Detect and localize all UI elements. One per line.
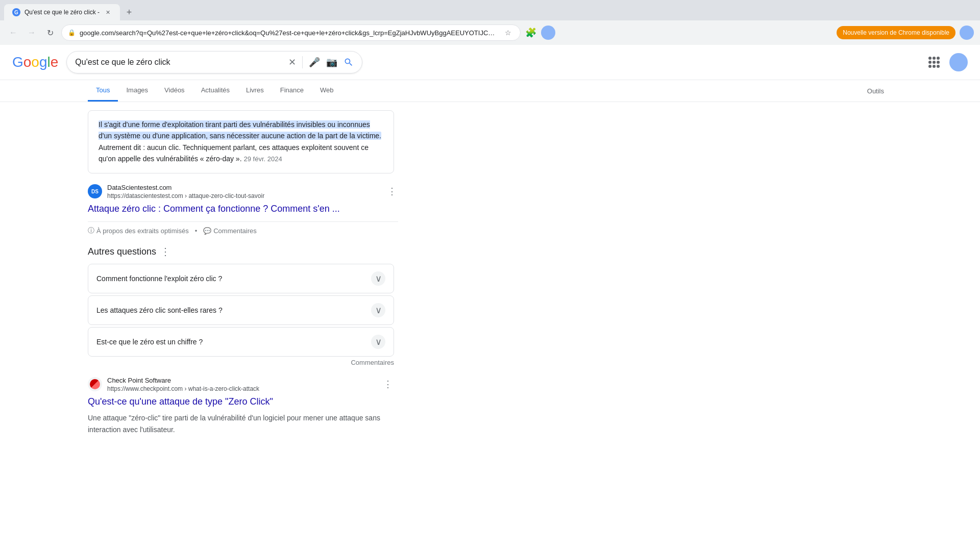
snippet-highlighted-text: Il s'agit d'une forme d'exploitation tir… — [99, 120, 381, 140]
checkpoint-favicon — [88, 377, 102, 391]
question-chevron-3: ∨ — [371, 335, 385, 349]
address-bar-row: ← → ↻ 🔒 google.com/search?q=Qu%27est-ce+… — [0, 20, 980, 45]
tab-videos[interactable]: Vidéos — [156, 80, 193, 102]
snippet-footer-dot: • — [195, 227, 198, 235]
snippet-text: Il s'agit d'une forme d'exploitation tir… — [99, 119, 383, 165]
user-avatar[interactable] — [949, 53, 968, 71]
address-text: google.com/search?q=Qu%27est-ce+que+le+z… — [80, 29, 498, 37]
other-questions: Autres questions ⋮ Comment fonctionne l'… — [88, 245, 394, 366]
active-tab[interactable]: G Qu'est ce que le zéro click - ✕ — [4, 4, 120, 20]
questions-footer: Commentaires — [88, 359, 394, 366]
browser-right-actions: Nouvelle version de Chrome disponible — [837, 26, 974, 40]
result-link-datascientest[interactable]: Attaque zéro clic : Comment ça fonctionn… — [88, 203, 398, 215]
question-text-2: Les attaques zéro clic sont-elles rares … — [96, 306, 223, 314]
tab-livres[interactable]: Livres — [238, 80, 272, 102]
source-url: https://datascientestest.com › attaque-z… — [107, 192, 381, 199]
other-questions-header: Autres questions ⋮ — [88, 245, 394, 258]
new-tab-button[interactable]: + — [122, 5, 136, 19]
logo-g: G — [12, 54, 23, 70]
questions-comments-button[interactable]: Commentaires — [351, 359, 394, 366]
search-input[interactable]: Qu'est ce que le zéro click — [75, 58, 282, 67]
source-row: DS DataScientestest.com https://datascie… — [88, 184, 398, 199]
snippet-date: 29 févr. 2024 — [244, 155, 282, 163]
second-result-checkpoint: Check Point Software https://www.checkpo… — [88, 377, 394, 435]
tab-tous[interactable]: Tous — [88, 80, 118, 102]
apps-button[interactable] — [925, 53, 943, 71]
refresh-button[interactable]: ↻ — [43, 26, 57, 40]
question-item-2[interactable]: Les attaques zéro clic sont-elles rares … — [88, 295, 394, 325]
tab-close-button[interactable]: ✕ — [104, 8, 112, 16]
question-text-3: Est-ce que le zéro est un chiffre ? — [96, 338, 203, 346]
checkpoint-source-url: https://www.checkpoint.com › what-is-a-z… — [107, 385, 377, 392]
logo-e: e — [51, 54, 59, 70]
checkpoint-description: Une attaque "zéro-clic" tire parti de la… — [88, 412, 394, 435]
address-actions: ☆ — [502, 27, 514, 39]
camera-search-button[interactable]: 📷 — [326, 57, 337, 68]
question-item-3[interactable]: Est-ce que le zéro est un chiffre ? ∨ — [88, 327, 394, 357]
search-clear-button[interactable]: ✕ — [288, 57, 296, 68]
checkpoint-result-link[interactable]: Qu'est-ce qu'une attaque de type "Zero C… — [88, 395, 394, 408]
search-box[interactable]: Qu'est ce que le zéro click ✕ 🎤 📷 — [66, 51, 362, 73]
forward-button[interactable]: → — [24, 26, 39, 40]
other-questions-menu-button[interactable]: ⋮ — [160, 245, 170, 258]
logo-o2: o — [31, 54, 39, 70]
checkpoint-source-row: Check Point Software https://www.checkpo… — [88, 377, 394, 392]
tab-favicon: G — [12, 8, 20, 16]
google-header: Google Qu'est ce que le zéro click ✕ 🎤 📷 — [0, 45, 980, 80]
checkpoint-source-name: Check Point Software — [107, 377, 377, 385]
back-button[interactable]: ← — [6, 26, 20, 40]
tab-images[interactable]: Images — [118, 80, 156, 102]
logo-o1: o — [23, 54, 32, 70]
apps-grid-icon — [928, 57, 940, 68]
source-name: DataScientestest.com — [107, 184, 381, 192]
other-questions-title: Autres questions — [88, 246, 156, 257]
browser-chrome: G Qu'est ce que le zéro click - ✕ + ← → … — [0, 0, 980, 45]
voice-search-button[interactable]: 🎤 — [309, 57, 320, 68]
snippet-comments-button[interactable]: 💬 Commentaires — [203, 227, 257, 235]
header-right — [925, 53, 968, 71]
bookmark-icon[interactable]: ☆ — [502, 27, 514, 39]
tab-finance[interactable]: Finance — [272, 80, 312, 102]
snippet-info-button[interactable]: ⓘ À propos des extraits optimisés — [88, 226, 189, 235]
nav-tabs: Tous Images Vidéos Actualités Livres Fin… — [0, 80, 980, 102]
logo-g2: g — [39, 54, 47, 70]
tab-bar: G Qu'est ce que le zéro click - ✕ + — [0, 0, 980, 20]
address-bar[interactable]: 🔒 google.com/search?q=Qu%27est-ce+que+le… — [61, 24, 521, 41]
question-text-1: Comment fonctionne l'exploit zéro clic ? — [96, 274, 222, 283]
google-logo[interactable]: Google — [12, 54, 58, 70]
source-info: DataScientestest.com https://datasciente… — [107, 184, 381, 199]
question-chevron-2: ∨ — [371, 303, 385, 317]
featured-snippet: Il s'agit d'une forme d'exploitation tir… — [88, 110, 394, 173]
snippet-text-continuation: Autrement dit : aucun clic. Techniquemen… — [99, 143, 369, 163]
source-favicon-datascientest: DS — [88, 184, 102, 198]
search-submit-button[interactable] — [344, 57, 354, 67]
tools-button[interactable]: Outils — [859, 81, 892, 101]
checkpoint-source-info: Check Point Software https://www.checkpo… — [107, 377, 377, 392]
results-container: Il s'agit d'une forme d'exploitation tir… — [0, 102, 398, 443]
tab-web[interactable]: Web — [312, 80, 342, 102]
lock-icon: 🔒 — [68, 29, 76, 36]
tab-actualites[interactable]: Actualités — [193, 80, 238, 102]
profile-avatar[interactable] — [960, 26, 974, 40]
snippet-info-label: À propos des extraits optimisés — [96, 227, 189, 235]
question-chevron-1: ∨ — [371, 271, 385, 286]
chrome-update-button[interactable]: Nouvelle version de Chrome disponible — [837, 26, 955, 39]
checkpoint-desc-line2: interaction avec l'utilisateur. — [88, 425, 175, 434]
snippet-footer: ⓘ À propos des extraits optimisés • 💬 Co… — [88, 221, 398, 235]
info-icon: ⓘ — [88, 226, 94, 235]
google-search-page: Google Qu'est ce que le zéro click ✕ 🎤 📷 — [0, 45, 980, 551]
profile-circle[interactable] — [541, 26, 555, 40]
checkpoint-menu-button[interactable]: ⋮ — [382, 378, 394, 390]
comments-icon: 💬 — [203, 227, 211, 235]
extensions-button[interactable]: 🧩 — [525, 27, 537, 39]
snippet-footer-comments: Commentaires — [213, 227, 257, 235]
tab-title: Qu'est ce que le zéro click - — [24, 9, 100, 16]
checkpoint-desc-line1: Une attaque "zéro-clic" tire parti de la… — [88, 414, 380, 422]
search-divider — [302, 56, 303, 68]
source-menu-button[interactable]: ⋮ — [386, 185, 398, 197]
question-item-1[interactable]: Comment fonctionne l'exploit zéro clic ?… — [88, 264, 394, 293]
